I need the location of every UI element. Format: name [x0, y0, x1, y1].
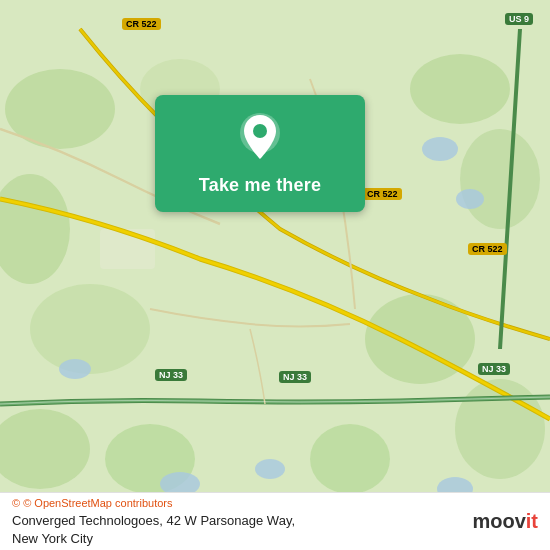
map-svg: [0, 0, 550, 550]
svg-point-11: [422, 137, 458, 161]
svg-point-12: [456, 189, 484, 209]
moovit-logo: moovit: [472, 510, 538, 533]
svg-point-5: [30, 284, 150, 374]
place-name: Converged Technologoes, 42 W Parsonage W…: [12, 513, 295, 528]
svg-point-3: [460, 129, 540, 229]
svg-point-21: [253, 124, 267, 138]
road-badge-nj33-1: NJ 33: [155, 369, 187, 381]
svg-point-4: [0, 174, 70, 284]
map-container: CR 522 US 9 CR 522 CR 522 NJ 33 NJ 33 NJ…: [0, 0, 550, 550]
road-badge-nj33-3: NJ 33: [478, 363, 510, 375]
take-me-there-label: Take me there: [199, 175, 321, 196]
road-badge-cr522-2: CR 522: [363, 188, 402, 200]
osm-attribution: © © OpenStreetMap contributors: [12, 497, 295, 509]
road-badge-cr522-1: CR 522: [122, 18, 161, 30]
svg-point-10: [310, 424, 390, 494]
attribution-bar: © © OpenStreetMap contributors Converged…: [0, 492, 550, 550]
moovit-it: it: [526, 510, 538, 533]
place-info: Converged Technologoes, 42 W Parsonage W…: [12, 511, 295, 547]
svg-point-2: [410, 54, 510, 124]
svg-point-15: [255, 459, 285, 479]
moovit-moov: moov: [472, 510, 525, 533]
attribution-left: © © OpenStreetMap contributors Converged…: [12, 497, 295, 547]
location-pin-icon: [238, 113, 282, 165]
road-badge-cr522-3: CR 522: [468, 243, 507, 255]
road-badge-nj33-2: NJ 33: [279, 371, 311, 383]
svg-point-6: [0, 409, 90, 489]
road-badge-us9: US 9: [505, 13, 533, 25]
osm-text: © OpenStreetMap contributors: [23, 497, 172, 509]
svg-point-13: [59, 359, 91, 379]
place-location: New York City: [12, 531, 93, 546]
take-me-there-button[interactable]: Take me there: [155, 95, 365, 212]
